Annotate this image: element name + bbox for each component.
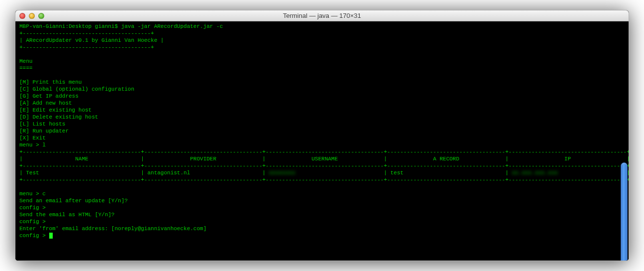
prompt-line: MBP-van-Gianni:Desktop gianni$ java -jar… [19,23,223,29]
config-question: Send an email after update [Y/n]? [19,198,128,204]
config-prompt: config > [19,233,49,239]
traffic-lights [19,13,44,19]
table-sep: +------------------------------------+--… [19,149,629,155]
terminal-window: Terminal — java — 170×31 MBP-van-Gianni:… [15,10,629,261]
zoom-icon[interactable] [38,13,44,19]
menu-item: [D] Delete existing host [19,114,98,120]
menu-item: [M] Print this menu [19,79,82,85]
cursor-icon [49,233,53,239]
box-border: +---------------------------------------… [19,44,154,50]
menu-item: [L] List hosts [19,121,65,127]
username-redacted: xxxxxxxx [269,170,295,176]
table-row: | Test | antagonist.nl | xxxxxxxx | test… [19,170,629,176]
menu-underline: ==== [19,65,32,71]
table-header: | NAME | PROVIDER | USERNAME | A RECORD … [19,156,629,162]
terminal-body[interactable]: MBP-van-Gianni:Desktop gianni$ java -jar… [15,21,629,261]
close-icon[interactable] [19,13,25,19]
table-sep: +------------------------------------+--… [19,177,629,183]
table-sep: +------------------------------------+--… [19,163,629,169]
menu-item: [X] Exit [19,135,46,141]
menu-header: Menu [19,58,32,64]
config-question: Enter 'from' email address: [noreply@gia… [19,226,206,232]
ip-redacted: xx.xxx.xxx.xxx [512,170,557,176]
scrollbar-thumb[interactable] [621,162,628,261]
minimize-icon[interactable] [29,13,35,19]
menu-item: [C] Global (optional) configuration [19,86,134,92]
config-prompt: config > [19,205,46,211]
box-border: +---------------------------------------… [19,30,154,36]
titlebar: Terminal — java — 170×31 [15,10,629,21]
config-question: Send the email as HTML [Y/n]? [19,212,114,218]
menu-item: [A] Add new host [19,100,72,106]
menu-prompt: menu > c [19,191,46,197]
window-title: Terminal — java — 170×31 [15,12,629,19]
menu-item: [R] Run updater [19,128,69,134]
menu-item: [G] Get IP address [19,93,79,99]
menu-item: [E] Edit existing host [19,107,92,113]
config-prompt: config > [19,219,46,225]
box-title: | ARecordUpdater v0.1 by Gianni Van Hoec… [19,37,164,43]
terminal-output: MBP-van-Gianni:Desktop gianni$ java -jar… [19,23,627,239]
menu-prompt: menu > l [19,142,46,148]
